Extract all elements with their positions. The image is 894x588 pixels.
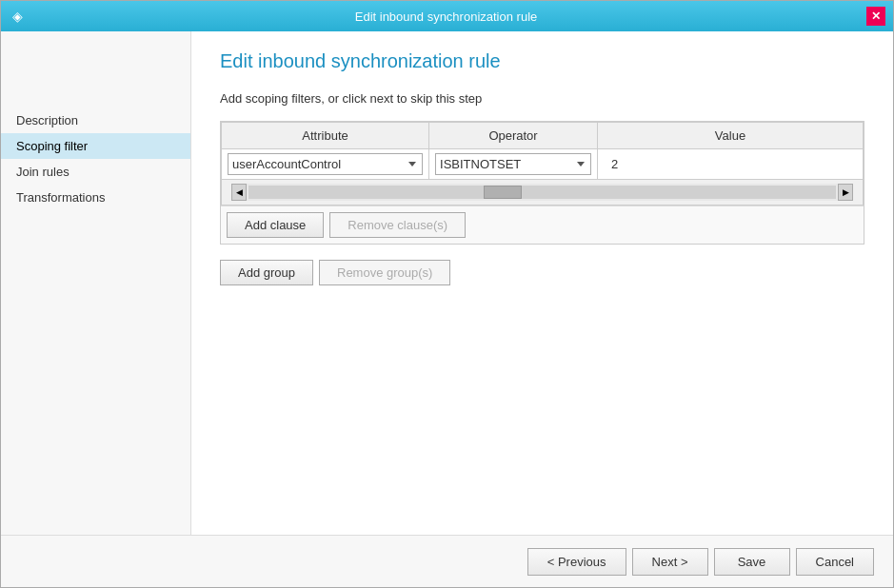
scrollbar-cell: ◀ ▶ [222,180,864,206]
sidebar-item-scoping-filter[interactable]: Scoping filter [1,133,190,159]
sidebar: Description Scoping filter Join rules Tr… [1,31,191,535]
attribute-cell: userAccountControl [222,149,429,180]
clause-buttons-area: Add clause Remove clause(s) [221,206,864,244]
sidebar-item-transformations[interactable]: Transformations [1,185,190,210]
col-attribute: Attribute [222,123,429,149]
window-title: Edit inbound synchronization rule [26,10,866,24]
scrollbar-row: ◀ ▶ [222,180,864,206]
operator-select[interactable]: ISBITNOTSET EQUALS NOTEQUALS ISSET ISNOT… [435,153,591,175]
scroll-track [248,186,836,199]
content-area: Description Scoping filter Join rules Tr… [1,31,893,535]
group-buttons-area: Add group Remove group(s) [220,260,864,285]
window: ◈ Edit inbound synchronization rule ✕ De… [0,0,894,588]
sidebar-item-description[interactable]: Description [1,108,190,133]
filter-table: Attribute Operator Value userAccountCont… [221,122,864,206]
filter-table-wrapper: Attribute Operator Value userAccountCont… [220,121,864,245]
scroll-right-btn[interactable]: ▶ [838,184,853,201]
scroll-thumb [484,186,522,199]
sidebar-item-join-rules[interactable]: Join rules [1,159,190,185]
value-input[interactable] [607,155,853,173]
add-group-button[interactable]: Add group [220,260,313,285]
horizontal-scrollbar[interactable]: ◀ ▶ [231,184,853,201]
close-button[interactable]: ✕ [866,7,885,26]
remove-clauses-button[interactable]: Remove clause(s) [329,212,466,238]
scroll-left-btn[interactable]: ◀ [231,184,247,201]
next-button[interactable]: Next > [632,548,708,576]
previous-button[interactable]: < Previous [527,548,626,576]
window-icon: ◈ [9,8,26,25]
add-clause-button[interactable]: Add clause [227,212,324,238]
attribute-select[interactable]: userAccountControl [228,153,423,175]
title-bar: ◈ Edit inbound synchronization rule ✕ [1,1,893,31]
main-content: Edit inbound synchronization rule Add sc… [191,31,893,535]
footer: < Previous Next > Save Cancel [1,535,893,587]
value-cell [598,149,864,180]
save-button[interactable]: Save [714,548,790,576]
cancel-button[interactable]: Cancel [796,548,874,576]
col-value: Value [598,123,864,149]
page-title: Edit inbound synchronization rule [220,50,864,72]
remove-groups-button[interactable]: Remove group(s) [319,260,450,285]
table-row: userAccountControl ISBITNOTSET EQUALS NO… [222,149,864,180]
col-operator: Operator [429,123,598,149]
subtitle: Add scoping filters, or click next to sk… [220,91,864,106]
operator-cell: ISBITNOTSET EQUALS NOTEQUALS ISSET ISNOT… [429,149,598,180]
